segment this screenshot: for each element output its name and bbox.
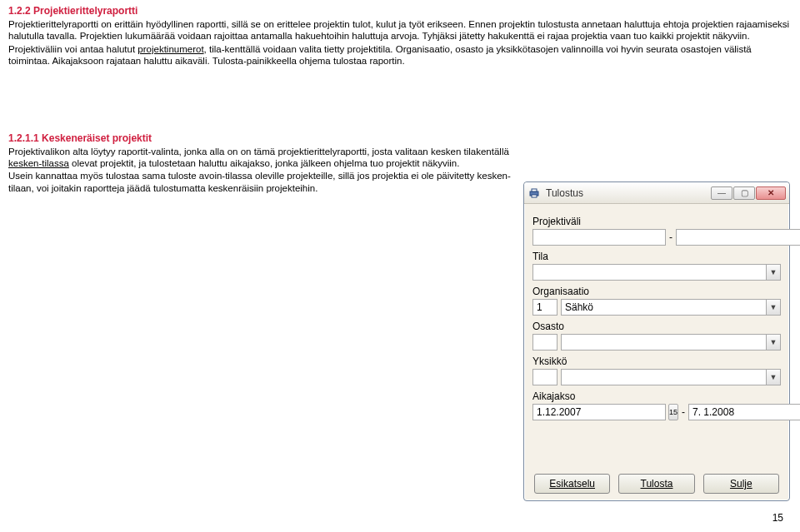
yksikko-name-input[interactable]: [561, 369, 767, 385]
projektivali-from-input[interactable]: [532, 229, 666, 246]
subsection-heading: 1.2.1.1 Keskeneräiset projektit: [8, 132, 517, 144]
label-osasto: Osasto: [532, 321, 781, 332]
minimize-button[interactable]: —: [711, 186, 732, 200]
section-title: Projektierittelyraportti: [33, 5, 138, 17]
chevron-down-icon[interactable]: ▼: [766, 264, 781, 281]
esikatselu-button[interactable]: Esikatselu: [534, 474, 610, 494]
svg-rect-2: [532, 195, 537, 197]
subsection-p2: Usein kannattaa myös tulostaa sama tulos…: [8, 170, 517, 194]
date-to-input[interactable]: [688, 404, 800, 420]
section-p2: Projektiväliin voi antaa halutut projekt…: [8, 43, 792, 67]
subsection-p1b: kesken-tilassa: [8, 158, 69, 168]
label-projektivali: Projektiväli: [532, 216, 781, 227]
section-p2a: Projektiväliin voi antaa halutut: [8, 44, 138, 54]
chevron-down-icon[interactable]: ▼: [766, 299, 781, 316]
subsection-p1: Projektivalikon alta löytyy raportit-val…: [8, 146, 517, 170]
organisaatio-combo[interactable]: ▼: [561, 299, 781, 316]
tila-combo[interactable]: ▼: [532, 264, 781, 281]
section-p1: Projektierittelyraportti on erittäin hyö…: [8, 18, 792, 42]
tulosta-button[interactable]: Tulosta: [618, 474, 694, 494]
section-p2b: projektinumerot: [138, 44, 203, 54]
chevron-down-icon[interactable]: ▼: [766, 334, 781, 351]
subsection-number: 1.2.1.1: [8, 132, 39, 144]
tila-input[interactable]: [532, 264, 767, 281]
sulje-button[interactable]: Sulje: [703, 474, 779, 494]
maximize-button[interactable]: ▢: [733, 186, 755, 200]
label-yksikko: Yksikkö: [532, 355, 781, 367]
dash: -: [682, 406, 685, 418]
close-button[interactable]: ✕: [756, 186, 786, 200]
dialog-title: Tulostus: [546, 187, 710, 199]
subsection-p1c: olevat projektit, ja tulostetaan haluttu…: [69, 158, 460, 168]
subsection-title: Keskeneräiset projektit: [42, 132, 152, 144]
svg-rect-1: [532, 189, 537, 191]
page-number: 15: [772, 512, 783, 524]
organisaatio-name-input[interactable]: [561, 299, 767, 316]
subsection-p1a: Projektivalikon alta löytyy raportit-val…: [8, 147, 509, 157]
projektivali-to-input[interactable]: [676, 229, 800, 246]
label-organisaatio: Organisaatio: [532, 286, 781, 297]
dash: -: [669, 231, 672, 243]
section-number: 1.2.2: [8, 5, 31, 17]
label-tila: Tila: [532, 251, 781, 262]
section-heading: 1.2.2 Projektierittelyraportti: [8, 5, 517, 17]
osasto-name-input[interactable]: [561, 334, 767, 351]
print-dialog: Tulostus — ▢ ✕ Projektiväli - Tila ▼ Org…: [523, 181, 790, 501]
label-aikajakso: Aikajakso: [532, 390, 781, 402]
calendar-icon[interactable]: 15: [668, 404, 678, 420]
chevron-down-icon[interactable]: ▼: [766, 369, 781, 385]
printer-icon: [528, 186, 541, 200]
organisaatio-num-input[interactable]: [532, 299, 558, 316]
yksikko-num-input[interactable]: [532, 369, 558, 385]
dialog-titlebar[interactable]: Tulostus — ▢ ✕: [524, 182, 789, 204]
date-from-input[interactable]: [532, 404, 666, 420]
yksikko-combo[interactable]: ▼: [561, 369, 781, 385]
osasto-combo[interactable]: ▼: [561, 334, 781, 351]
osasto-num-input[interactable]: [532, 334, 558, 351]
